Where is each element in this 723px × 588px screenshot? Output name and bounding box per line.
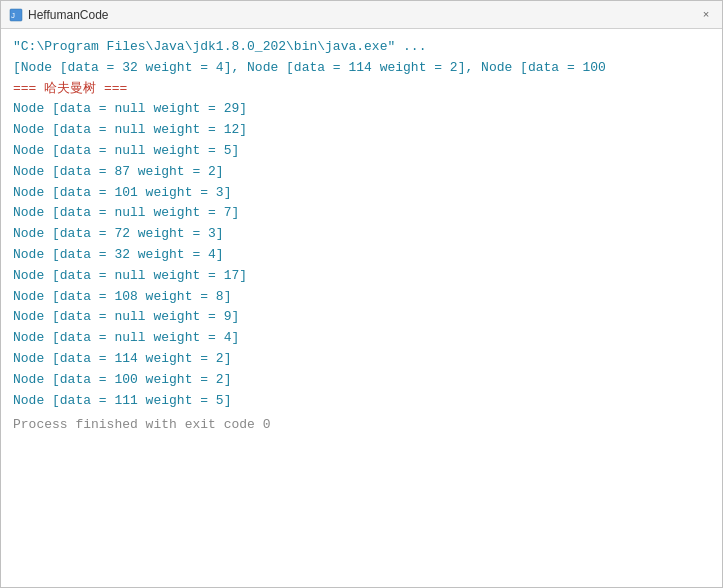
- console-area: "C:\Program Files\Java\jdk1.8.0_202\bin\…: [1, 29, 722, 587]
- node-line-8: Node [data = null weight = 17]: [13, 266, 710, 287]
- close-button[interactable]: ×: [698, 7, 714, 23]
- node-line-5: Node [data = null weight = 7]: [13, 203, 710, 224]
- node-line-3: Node [data = 87 weight = 2]: [13, 162, 710, 183]
- node-line-2: Node [data = null weight = 5]: [13, 141, 710, 162]
- svg-text:J: J: [11, 11, 15, 20]
- window-title: HeffumanCode: [28, 8, 698, 22]
- title-bar: J HeffumanCode ×: [1, 1, 722, 29]
- node-line-7: Node [data = 32 weight = 4]: [13, 245, 710, 266]
- node-line-0: Node [data = null weight = 29]: [13, 99, 710, 120]
- node-line-1: Node [data = null weight = 12]: [13, 120, 710, 141]
- app-icon: J: [9, 8, 23, 22]
- node-line-14: Node [data = 111 weight = 5]: [13, 391, 710, 412]
- init-output-line: [Node [data = 32 weight = 4], Node [data…: [13, 58, 710, 79]
- bottom-partial-text: Process finished with exit code 0: [13, 417, 270, 432]
- cmd-line: "C:\Program Files\Java\jdk1.8.0_202\bin\…: [13, 37, 710, 58]
- node-line-11: Node [data = null weight = 4]: [13, 328, 710, 349]
- console-scroll[interactable]: "C:\Program Files\Java\jdk1.8.0_202\bin\…: [1, 29, 722, 587]
- node-line-6: Node [data = 72 weight = 3]: [13, 224, 710, 245]
- node-line-4: Node [data = 101 weight = 3]: [13, 183, 710, 204]
- node-line-12: Node [data = 114 weight = 2]: [13, 349, 710, 370]
- node-list: Node [data = null weight = 29]Node [data…: [13, 99, 710, 411]
- node-line-13: Node [data = 100 weight = 2]: [13, 370, 710, 391]
- bottom-partial: Process finished with exit code 0: [13, 415, 710, 436]
- section-header: === 哈夫曼树 ===: [13, 79, 710, 100]
- node-line-9: Node [data = 108 weight = 8]: [13, 287, 710, 308]
- main-window: J HeffumanCode × "C:\Program Files\Java\…: [0, 0, 723, 588]
- node-line-10: Node [data = null weight = 9]: [13, 307, 710, 328]
